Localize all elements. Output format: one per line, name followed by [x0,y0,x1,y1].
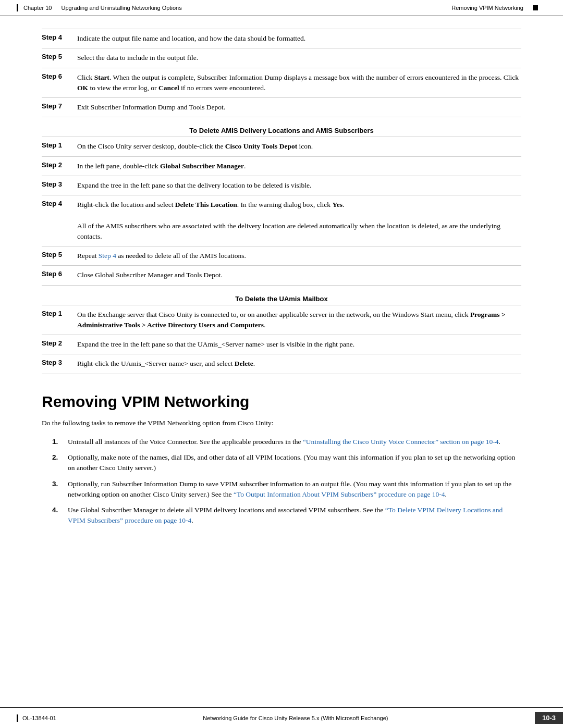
list-num: 3. [52,479,65,489]
step-content: Close Global Subscriber Manager and Tool… [73,266,521,285]
footer-doc-id: OL-13844-01 [22,715,56,721]
table-row: Step 7 Exit Subscriber Information Dump … [42,98,521,117]
step-label: Step 1 [42,305,73,335]
amis-section-heading: To Delete AMIS Delivery Locations and AM… [42,117,521,137]
step-content: Click Start. When the output is complete… [73,68,521,98]
table-row: Step 3 Expand the tree in the left pane … [42,176,521,195]
step-content: In the left pane, double-click Global Su… [73,156,521,176]
step-label: Step 6 [42,266,73,285]
step-content: Select the data to include in the output… [73,48,521,68]
header-chapter: Chapter 10 [23,5,52,11]
list-text: Use Global Subscriber Manager to delete … [68,505,521,526]
step-content: Repeat Step 4 as needed to delete all of… [73,246,521,266]
intro-paragraph: Do the following tasks to remove the VPI… [42,418,521,428]
step-content: On the Cisco Unity server desktop, doubl… [73,137,521,156]
table-row: Step 5 Repeat Step 4 as needed to delete… [42,246,521,266]
step-content: Exit Subscriber Information Dump and Too… [73,98,521,117]
step-label: Step 5 [42,48,73,68]
table-row: Step 1 On the Exchange server that Cisco… [42,305,521,335]
step-content: Right-click the UAmis_<Server name> user… [73,354,521,374]
step-content: Expand the tree in the left pane so that… [73,335,521,354]
table-row: Step 3 Right-click the UAmis_<Server nam… [42,354,521,374]
list-item: 2. Optionally, make note of the names, d… [52,452,521,474]
header-left: Chapter 10 Upgrading and Uninstalling Ne… [17,4,182,11]
table-row: Step 4 Indicate the output file name and… [42,29,521,48]
step-label: Step 1 [42,137,73,156]
step-label: Step 2 [42,156,73,176]
table-row: Step 4 Right-click the location and sele… [42,195,521,246]
step-label: Step 4 [42,29,73,48]
step-label: Step 4 [42,195,73,246]
header-square-icon [533,5,538,10]
list-item: 4. Use Global Subscriber Manager to dele… [52,505,521,526]
list-num: 4. [52,505,65,515]
step-label: Step 3 [42,354,73,374]
step-label: Step 5 [42,246,73,266]
table-row: Step 2 In the left pane, double-click Gl… [42,156,521,176]
list-item: 1. Uninstall all instances of the Voice … [52,437,521,447]
footer-page-number: 10-3 [535,712,563,724]
table-row: Step 2 Expand the tree in the left pane … [42,335,521,354]
footer-center: Networking Guide for Cisco Unity Release… [203,715,388,721]
table-row: Step 1 On the Cisco Unity server desktop… [42,137,521,156]
section-title: Removing VPIM Networking [42,393,521,411]
header-bar-icon [17,4,18,11]
vpim-subscribers-link[interactable]: “To Output Information About VPIM Subscr… [234,490,445,498]
footer-right: 10-3 [535,712,563,724]
voice-connector-link[interactable]: “Uninstalling the Cisco Unity Voice Conn… [303,438,499,446]
step-content: Indicate the output file name and locati… [73,29,521,48]
step-label: Step 7 [42,98,73,117]
step-content: On the Exchange server that Cisco Unity … [73,305,521,335]
page-footer: OL-13844-01 Networking Guide for Cisco U… [0,707,563,728]
list-num: 2. [52,452,65,463]
list-num: 1. [52,437,65,447]
uamis-section-heading: To Delete the UAmis Mailbox [42,286,521,305]
page-header: Chapter 10 Upgrading and Uninstalling Ne… [0,0,563,16]
numbered-list: 1. Uninstall all instances of the Voice … [52,437,521,526]
footer-bar-icon [17,714,18,722]
footer-left: OL-13844-01 [0,714,56,722]
steps-table-group1: Step 4 Indicate the output file name and… [42,29,521,117]
step-label: Step 2 [42,335,73,354]
step-label: Step 6 [42,68,73,98]
list-text: Optionally, make note of the names, dial… [68,452,521,474]
header-right: Removing VPIM Networking [451,5,538,11]
step4-link[interactable]: Step 4 [99,252,116,260]
table-row: Step 6 Close Global Subscriber Manager a… [42,266,521,285]
list-text: Uninstall all instances of the Voice Con… [68,437,521,447]
vpim-delete-link[interactable]: “To Delete VPIM Delivery Locations and V… [68,506,503,524]
table-row: Step 5 Select the data to include in the… [42,48,521,68]
step-content: Expand the tree in the left pane so that… [73,176,521,195]
list-item: 3. Optionally, run Subscriber Informatio… [52,479,521,500]
header-section: Removing VPIM Networking [451,5,523,11]
list-text: Optionally, run Subscriber Information D… [68,479,521,500]
header-chapter-title: Upgrading and Uninstalling Networking Op… [62,5,182,11]
step-content: Right-click the location and select Dele… [73,195,521,246]
step-label: Step 3 [42,176,73,195]
table-row: Step 6 Click Start. When the output is c… [42,68,521,98]
steps-table-uamis: Step 1 On the Exchange server that Cisco… [42,305,521,374]
main-content: Step 4 Indicate the output file name and… [0,16,563,544]
steps-table-amis: Step 1 On the Cisco Unity server desktop… [42,137,521,285]
